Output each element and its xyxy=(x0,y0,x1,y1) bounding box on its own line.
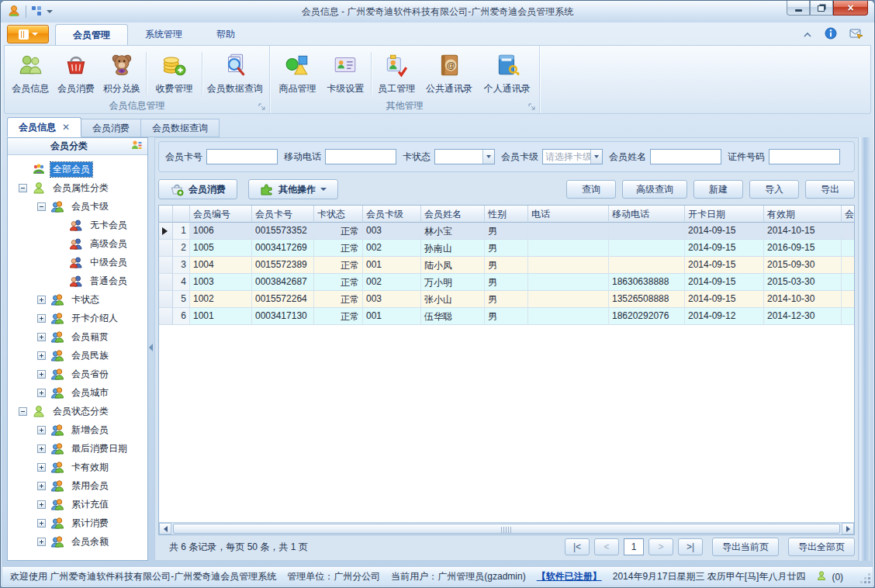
cell[interactable] xyxy=(528,291,609,308)
collapse-icon[interactable] xyxy=(19,407,27,416)
ribbon-tab-system-mgmt[interactable]: 系统管理 xyxy=(128,24,199,45)
tree-item[interactable]: 普通会员 xyxy=(8,272,147,290)
cell[interactable] xyxy=(842,291,855,308)
card-level-select[interactable]: 请选择卡级 xyxy=(542,149,603,164)
tree-item-label[interactable]: 累计消费 xyxy=(69,516,111,531)
tree-item-label[interactable]: 全部会员 xyxy=(50,162,92,177)
cell[interactable] xyxy=(842,274,855,291)
app-menu-button[interactable] xyxy=(7,25,49,43)
export-all-pages-button[interactable]: 导出全部页 xyxy=(788,538,855,556)
expand-icon[interactable] xyxy=(37,370,46,379)
cell[interactable] xyxy=(842,308,855,325)
cell[interactable]: 男 xyxy=(485,223,528,240)
column-header[interactable]: 电话 xyxy=(528,206,609,223)
cell[interactable]: 万小明 xyxy=(421,274,485,291)
doc-tab-member-consume[interactable]: 会员消费 xyxy=(81,119,141,137)
tree-item[interactable]: 会员余额 xyxy=(8,532,147,551)
new-button[interactable]: 新建 xyxy=(693,180,743,199)
tree-item-label[interactable]: 禁用会员 xyxy=(69,479,111,493)
scrollbar-thumb[interactable] xyxy=(173,524,840,534)
expand-icon[interactable] xyxy=(37,314,46,323)
query-button[interactable]: 查询 xyxy=(566,180,616,199)
tree-item-label[interactable]: 会员属性分类 xyxy=(50,181,111,195)
tree-item[interactable]: 新增会员 xyxy=(8,420,147,439)
cell[interactable] xyxy=(609,240,685,257)
cell[interactable]: 正常 xyxy=(314,257,363,274)
collapse-ribbon-icon[interactable] xyxy=(803,29,812,40)
mobile-input[interactable] xyxy=(325,149,396,164)
column-header[interactable]: 卡状态 xyxy=(314,206,363,223)
cell[interactable]: 男 xyxy=(485,240,528,257)
expand-icon[interactable] xyxy=(37,444,46,453)
export-current-page-button[interactable]: 导出当前页 xyxy=(712,538,779,556)
column-header[interactable]: 会员 xyxy=(842,206,855,223)
column-header[interactable]: 会员卡号 xyxy=(252,206,314,223)
next-page-button[interactable]: > xyxy=(648,538,673,555)
close-button[interactable]: × xyxy=(833,1,868,16)
tree-item[interactable]: 开卡介绍人 xyxy=(8,309,147,327)
cell[interactable]: 2014-10-15 xyxy=(764,223,842,240)
cell[interactable]: 2014-09-15 xyxy=(685,257,764,274)
cell[interactable] xyxy=(528,274,609,291)
close-tab-icon[interactable]: ✕ xyxy=(62,123,70,131)
ribbon-button-member-consume[interactable]: 会员消费 xyxy=(54,47,99,99)
mail-icon[interactable] xyxy=(849,27,863,42)
ribbon-button-staff-mgmt[interactable]: 员工管理 xyxy=(373,47,420,99)
license-link[interactable]: 【软件已注册】 xyxy=(537,570,602,583)
collapse-sidebar-icon[interactable] xyxy=(149,344,153,351)
cell[interactable] xyxy=(528,223,609,240)
expand-icon[interactable] xyxy=(37,482,46,490)
tree-item-label[interactable]: 会员省份 xyxy=(69,367,111,382)
cell[interactable]: 003 xyxy=(363,291,421,308)
ribbon-button-fee-mgmt[interactable]: 收费管理 xyxy=(148,47,200,99)
resize-grip[interactable] xyxy=(861,574,870,583)
cell[interactable] xyxy=(528,257,609,274)
cell[interactable]: 2015-03-30 xyxy=(764,274,842,291)
tree-item[interactable]: 全部会员 xyxy=(8,160,147,178)
cell[interactable]: 1006 xyxy=(190,223,252,240)
tree-item-label[interactable]: 会员民族 xyxy=(69,348,111,363)
cell[interactable]: 正常 xyxy=(314,223,363,240)
info-icon[interactable] xyxy=(825,27,837,42)
cell[interactable]: 0003417269 xyxy=(252,240,314,257)
expand-icon[interactable] xyxy=(37,426,46,434)
cell[interactable]: 正常 xyxy=(314,240,363,257)
tree-item[interactable]: 禁用会员 xyxy=(8,476,147,495)
expand-icon[interactable] xyxy=(37,351,46,360)
tree-item-label[interactable]: 新增会员 xyxy=(69,423,111,438)
column-header[interactable]: 开卡日期 xyxy=(685,206,764,223)
scroll-right-button[interactable] xyxy=(842,523,854,534)
member-settings-icon[interactable] xyxy=(130,139,144,154)
cell[interactable]: 001 xyxy=(363,257,421,274)
cell[interactable]: 1005 xyxy=(190,240,252,257)
cell[interactable]: 0015573352 xyxy=(252,223,314,240)
tree-item[interactable]: 最后消费日期 xyxy=(8,439,147,458)
column-header[interactable]: 有效期 xyxy=(764,206,842,223)
tree-item-label[interactable]: 会员余额 xyxy=(69,534,111,549)
cell[interactable]: 18630638888 xyxy=(609,274,685,291)
cell[interactable]: 2014-09-15 xyxy=(685,223,764,240)
column-header[interactable]: 性别 xyxy=(485,206,528,223)
table-row[interactable]: 210050003417269正常002孙南山男2014-09-152016-0… xyxy=(159,240,855,257)
ribbon-tab-member-mgmt[interactable]: 会员管理 xyxy=(55,24,128,45)
tree-item-label[interactable]: 无卡会员 xyxy=(88,218,130,233)
cell[interactable]: 002 xyxy=(363,240,421,257)
cell[interactable]: 2014-09-15 xyxy=(685,240,764,257)
tree-item-label[interactable]: 卡状态 xyxy=(69,292,102,307)
dialog-launcher-icon[interactable] xyxy=(258,102,267,112)
tree-item-label[interactable]: 高级会员 xyxy=(88,237,130,251)
cell[interactable]: 伍华聪 xyxy=(421,308,485,325)
tree-item-label[interactable]: 会员卡级 xyxy=(69,199,111,214)
card-no-input[interactable] xyxy=(206,149,278,164)
restore-button[interactable] xyxy=(810,1,833,16)
column-header[interactable]: 移动电话 xyxy=(609,206,685,223)
tree-item[interactable]: 会员民族 xyxy=(8,346,147,365)
first-page-button[interactable]: |< xyxy=(565,538,590,555)
tree-item[interactable]: 会员籍贯 xyxy=(8,327,147,346)
cell[interactable]: 1003 xyxy=(190,274,252,291)
tree-item[interactable]: 会员卡级 xyxy=(8,197,147,216)
tree-item[interactable]: 高级会员 xyxy=(8,234,147,253)
cell[interactable] xyxy=(528,308,609,325)
tree-item-label[interactable]: 中级会员 xyxy=(88,255,130,270)
cell[interactable]: 1001 xyxy=(190,308,252,325)
